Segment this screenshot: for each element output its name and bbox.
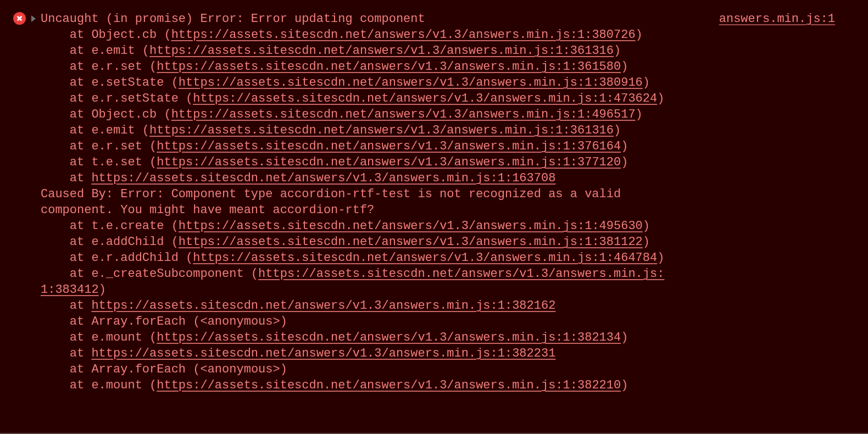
stack-frame: at e.addChild (https://assets.sitescdn.n…: [41, 234, 868, 250]
stack-frame: at https://assets.sitescdn.net/answers/v…: [41, 346, 868, 361]
stack-frame-link[interactable]: https://assets.sitescdn.net/answers/v1.3…: [193, 251, 657, 265]
stack-frame-link[interactable]: https://assets.sitescdn.net/answers/v1.3…: [157, 140, 621, 153]
stack-frame: at https://assets.sitescdn.net/answers/v…: [41, 298, 868, 314]
stack-frame: at t.e.create (https://assets.sitescdn.n…: [41, 218, 868, 234]
stack-frame-link[interactable]: https://assets.sitescdn.net/answers/v1.3…: [179, 219, 643, 233]
stack-frame: at e.r.addChild (https://assets.sitescdn…: [41, 250, 868, 266]
stack-frame-link[interactable]: https://assets.sitescdn.net/answers/v1.3…: [258, 267, 664, 281]
stack-frame: at e.mount (https://assets.sitescdn.net/…: [41, 330, 868, 346]
stack-frame: at e.emit (https://assets.sitescdn.net/a…: [41, 123, 868, 138]
stack-frame-link-cont[interactable]: 1:383412: [41, 283, 99, 297]
stack-trace-2b: at https://assets.sitescdn.net/answers/v…: [13, 298, 868, 393]
stack-frame: at Object.cb (https://assets.sitescdn.ne…: [41, 27, 868, 43]
stack-frame-link[interactable]: https://assets.sitescdn.net/answers/v1.3…: [193, 92, 657, 105]
caused-by-block: Caused By: Error: Component type accordi…: [13, 186, 868, 218]
stack-frame: at e.r.setState (https://assets.sitescdn…: [41, 91, 868, 107]
expand-triangle-icon[interactable]: [31, 15, 36, 22]
stack-frame: at e.r.set (https://assets.sitescdn.net/…: [41, 59, 868, 75]
stack-frame-link[interactable]: https://assets.sitescdn.net/answers/v1.3…: [91, 299, 555, 313]
stack-frame-link[interactable]: https://assets.sitescdn.net/answers/v1.3…: [157, 60, 621, 74]
stack-frame: at Array.forEach (<anonymous>): [41, 314, 868, 330]
stack-trace-2a: at t.e.create (https://assets.sitescdn.n…: [13, 218, 868, 266]
stack-frame: at Array.forEach (<anonymous>): [41, 361, 868, 377]
stack-frame-link[interactable]: https://assets.sitescdn.net/answers/v1.3…: [157, 155, 621, 169]
stack-frame-link[interactable]: https://assets.sitescdn.net/answers/v1.3…: [171, 28, 636, 42]
error-header-text: Uncaught (in promise) Error: Error updat…: [41, 12, 425, 26]
stack-frame-link[interactable]: https://assets.sitescdn.net/answers/v1.3…: [157, 331, 621, 344]
stack-frame-link[interactable]: https://assets.sitescdn.net/answers/v1.3…: [179, 76, 643, 90]
caused-by-line-2: component. You might have meant accordio…: [41, 203, 374, 217]
error-icon: [13, 12, 26, 25]
stack-frame: at e.r.set (https://assets.sitescdn.net/…: [41, 138, 868, 154]
stack-frame-link[interactable]: https://assets.sitescdn.net/answers/v1.3…: [91, 347, 555, 360]
stack-frame: at e.setState (https://assets.sitescdn.n…: [41, 75, 868, 91]
stack-frame: at e.mount (https://assets.sitescdn.net/…: [41, 377, 868, 393]
stack-frame-link[interactable]: https://assets.sitescdn.net/answers/v1.3…: [171, 108, 636, 121]
stack-frame: at e.emit (https://assets.sitescdn.net/a…: [41, 43, 868, 59]
stack-frame-link[interactable]: https://assets.sitescdn.net/answers/v1.3…: [157, 379, 621, 392]
stack-frame-link[interactable]: https://assets.sitescdn.net/answers/v1.3…: [91, 171, 555, 185]
error-message-row[interactable]: answers.min.js:1 Uncaught (in promise) E…: [13, 11, 868, 27]
stack-trace-wrapped-frame: at e._createSubcomponent (https://assets…: [13, 266, 868, 298]
stack-frame: at t.e.set (https://assets.sitescdn.net/…: [41, 154, 868, 170]
caused-by-line-1: Caused By: Error: Component type accordi…: [41, 187, 628, 201]
stack-frame: at https://assets.sitescdn.net/answers/v…: [41, 170, 868, 186]
stack-frame: at Object.cb (https://assets.sitescdn.ne…: [41, 107, 868, 123]
stack-trace-1: at Object.cb (https://assets.sitescdn.ne…: [13, 27, 868, 186]
stack-frame-link[interactable]: https://assets.sitescdn.net/answers/v1.3…: [149, 124, 614, 137]
stack-frame-link[interactable]: https://assets.sitescdn.net/answers/v1.3…: [179, 235, 643, 249]
error-source-link[interactable]: answers.min.js:1: [719, 11, 835, 27]
stack-frame-link[interactable]: https://assets.sitescdn.net/answers/v1.3…: [149, 44, 614, 58]
console-error-panel: answers.min.js:1 Uncaught (in promise) E…: [0, 0, 868, 434]
